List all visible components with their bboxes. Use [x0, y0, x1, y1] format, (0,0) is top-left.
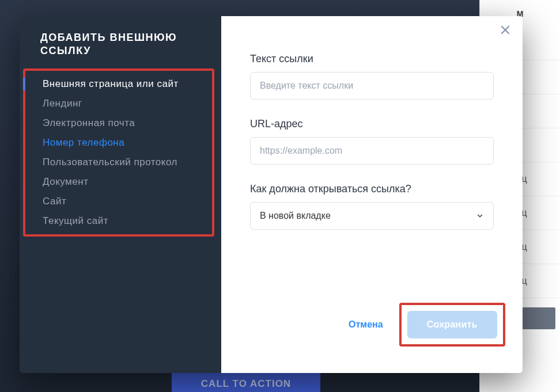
save-button[interactable]: Сохранить [407, 311, 497, 338]
link-text-label: Текст ссылки [250, 53, 494, 65]
add-external-link-modal: ДОБАВИТЬ ВНЕШНЮЮ ССЫЛКУ Внешняя страница… [20, 16, 523, 373]
option-custom-protocol[interactable]: Пользовательский протокол [27, 153, 211, 172]
open-mode-value: В новой вкладке [260, 211, 331, 221]
link-text-input[interactable] [250, 72, 494, 100]
modal-title: ДОБАВИТЬ ВНЕШНЮЮ ССЫЛКУ [23, 30, 218, 68]
option-site[interactable]: Сайт [27, 192, 211, 211]
option-landing[interactable]: Лендинг [27, 94, 211, 113]
cta-button[interactable]: CALL TO ACTION [172, 371, 320, 392]
option-phone[interactable]: Номер телефона [27, 133, 211, 153]
option-external-page[interactable]: Внешняя страница или сайт [27, 74, 211, 94]
option-document[interactable]: Документ [27, 172, 211, 192]
open-mode-select[interactable]: В новой вкладке [250, 202, 494, 230]
modal-form-panel: Текст ссылки URL-адрес Как должна открыв… [221, 16, 523, 373]
modal-footer: Отмена Сохранить [346, 303, 505, 347]
url-input[interactable] [250, 137, 494, 165]
close-icon[interactable] [498, 23, 512, 37]
annotation-highlight-save: Сохранить [399, 303, 505, 347]
url-label: URL-адрес [250, 118, 494, 130]
modal-sidebar: ДОБАВИТЬ ВНЕШНЮЮ ССЫЛКУ Внешняя страница… [20, 16, 221, 373]
cancel-button[interactable]: Отмена [346, 314, 385, 336]
open-mode-label: Как должна открываться ссылка? [250, 183, 494, 195]
option-email[interactable]: Электронная почта [27, 113, 211, 133]
chevron-down-icon [476, 212, 484, 220]
annotation-highlight-options: Внешняя страница или сайт Лендинг Электр… [23, 68, 214, 237]
option-current-site[interactable]: Текущий сайт [27, 211, 211, 231]
